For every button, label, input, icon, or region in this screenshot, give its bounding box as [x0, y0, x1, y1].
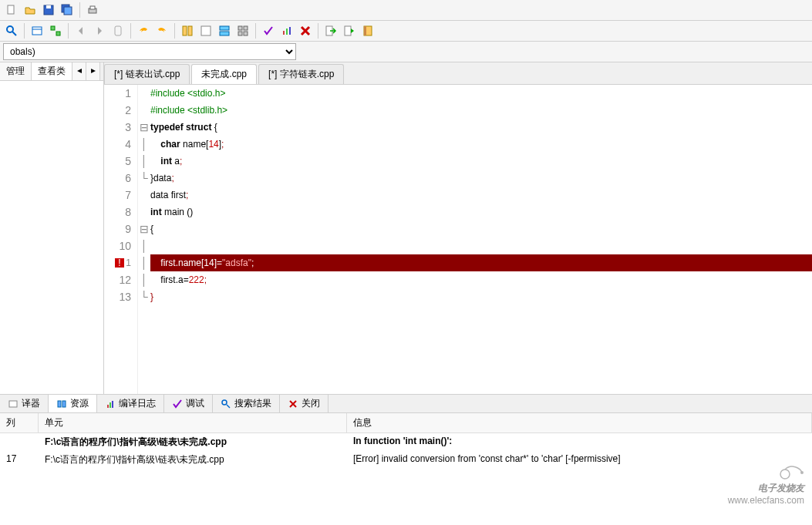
- chart-icon[interactable]: [278, 22, 295, 39]
- svg-rect-34: [62, 401, 66, 407]
- left-panel: 管理 查看类 ◂ ▸: [0, 62, 104, 394]
- svg-rect-19: [238, 26, 242, 30]
- separator: [255, 23, 256, 39]
- check-icon[interactable]: [260, 22, 277, 39]
- header-message[interactable]: 信息: [347, 413, 812, 432]
- window-2-icon[interactable]: [197, 22, 214, 39]
- watermark-url: www.elecfans.com: [728, 495, 804, 506]
- svg-rect-12: [56, 32, 60, 35]
- window-3-icon[interactable]: [216, 22, 233, 39]
- class-icon[interactable]: [47, 22, 64, 39]
- svg-rect-17: [220, 26, 229, 30]
- left-panel-tabs: 管理 查看类 ◂ ▸: [0, 62, 103, 81]
- separator: [24, 23, 25, 39]
- svg-point-38: [222, 400, 227, 405]
- svg-rect-36: [110, 402, 111, 408]
- editor-area: [*] 链表出试.cpp未完成.cpp[*] 字符链表.cpp 12345678…: [104, 62, 812, 394]
- svg-rect-37: [112, 401, 113, 408]
- svg-rect-22: [244, 32, 248, 35]
- svg-rect-6: [90, 6, 95, 9]
- watermark-brand: 电子发烧友: [758, 482, 804, 495]
- print-icon[interactable]: [84, 2, 101, 19]
- back-icon[interactable]: [72, 22, 89, 39]
- bottom-tab-log[interactable]: 编译日志: [97, 395, 164, 412]
- svg-rect-20: [244, 26, 248, 30]
- bottom-tab-debug[interactable]: 调试: [164, 395, 213, 412]
- svg-rect-24: [286, 29, 288, 35]
- separator: [318, 23, 318, 39]
- svg-rect-35: [107, 405, 109, 408]
- header-unit[interactable]: 单元: [39, 413, 347, 432]
- svg-text:!: !: [119, 258, 121, 268]
- svg-rect-21: [238, 32, 242, 35]
- svg-point-41: [800, 471, 804, 474]
- svg-rect-4: [64, 7, 72, 15]
- svg-line-8: [12, 32, 16, 35]
- separator: [130, 23, 131, 39]
- left-next-icon[interactable]: ▸: [86, 62, 100, 80]
- svg-rect-16: [201, 26, 211, 35]
- code-editor[interactable]: 12345678910!11213 ⊟││└⊟│││└ #include <st…: [104, 85, 812, 394]
- file-tabs: [*] 链表出试.cpp未完成.cpp[*] 字符链表.cpp: [104, 62, 812, 85]
- bookmark-icon[interactable]: [110, 22, 126, 39]
- svg-rect-32: [9, 401, 17, 407]
- svg-rect-13: [115, 26, 121, 35]
- delete-icon[interactable]: [297, 22, 314, 39]
- svg-rect-23: [283, 31, 285, 35]
- main-area: 管理 查看类 ◂ ▸ [*] 链表出试.cpp未完成.cpp[*] 字符链表.c…: [0, 62, 812, 394]
- redo-icon[interactable]: [153, 22, 170, 39]
- svg-line-39: [227, 405, 230, 408]
- bottom-tab-compiler[interactable]: 译器: [0, 395, 49, 412]
- svg-rect-14: [183, 26, 187, 35]
- watermark: 电子发烧友 www.elecfans.com: [728, 459, 804, 506]
- toolbar-1: [0, 0, 812, 21]
- svg-rect-0: [8, 5, 14, 14]
- svg-rect-25: [289, 27, 291, 35]
- left-tab-manage[interactable]: 管理: [0, 62, 32, 80]
- svg-rect-29: [364, 26, 366, 35]
- svg-rect-15: [188, 26, 192, 35]
- new-file-icon[interactable]: [3, 2, 20, 19]
- fold-column[interactable]: ⊟││└⊟│││└: [138, 85, 150, 394]
- forward-icon[interactable]: [91, 22, 108, 39]
- bottom-tabs: 译器资源编译日志调试搜索结果关闭: [0, 395, 812, 413]
- file-tab[interactable]: [*] 字符链表.cpp: [258, 64, 344, 84]
- bottom-tab-close[interactable]: 关闭: [280, 395, 329, 412]
- left-prev-icon[interactable]: ◂: [72, 62, 86, 80]
- message-row[interactable]: F:\c语言的程序们\指针高级\链表\未完成.cppIn function 'i…: [0, 433, 812, 451]
- message-table: 列 单元 信息 F:\c语言的程序们\指针高级\链表\未完成.cppIn fun…: [0, 413, 812, 525]
- file-tab[interactable]: 未完成.cpp: [191, 64, 257, 84]
- svg-rect-9: [32, 27, 42, 35]
- window-1-icon[interactable]: [179, 22, 196, 39]
- window-4-icon[interactable]: [234, 22, 251, 39]
- message-row[interactable]: 17F:\c语言的程序们\指针高级\链表\未完成.cpp[Error] inva…: [0, 451, 812, 469]
- search-icon[interactable]: [3, 22, 20, 39]
- left-panel-content: [0, 81, 103, 394]
- svg-point-7: [7, 26, 13, 32]
- goto-icon[interactable]: [322, 22, 339, 39]
- run-icon[interactable]: [341, 22, 358, 39]
- book-icon[interactable]: [359, 22, 376, 39]
- svg-rect-11: [51, 26, 55, 30]
- header-line[interactable]: 列: [0, 413, 39, 432]
- code-content[interactable]: #include <stdio.h>#include <stdlib.h>typ…: [150, 85, 812, 394]
- globals-select[interactable]: obals): [3, 43, 296, 60]
- undo-icon[interactable]: [135, 22, 152, 39]
- bottom-tab-resource[interactable]: 资源: [49, 395, 97, 412]
- svg-rect-18: [220, 32, 229, 35]
- svg-rect-27: [345, 26, 351, 35]
- open-icon[interactable]: [22, 2, 39, 19]
- toolbar-2: [0, 21, 812, 42]
- message-header: 列 单元 信息: [0, 413, 812, 433]
- svg-rect-2: [46, 5, 51, 8]
- save-icon[interactable]: [40, 2, 57, 19]
- save-all-icon[interactable]: [59, 2, 76, 19]
- bottom-tab-search[interactable]: 搜索结果: [213, 395, 280, 412]
- file-tab[interactable]: [*] 链表出试.cpp: [104, 64, 190, 84]
- svg-point-40: [780, 469, 790, 479]
- left-tab-classview[interactable]: 查看类: [32, 62, 72, 80]
- line-gutter: 12345678910!11213: [104, 85, 138, 394]
- svg-rect-33: [58, 401, 61, 407]
- project-icon[interactable]: [29, 22, 45, 39]
- separator: [68, 23, 69, 39]
